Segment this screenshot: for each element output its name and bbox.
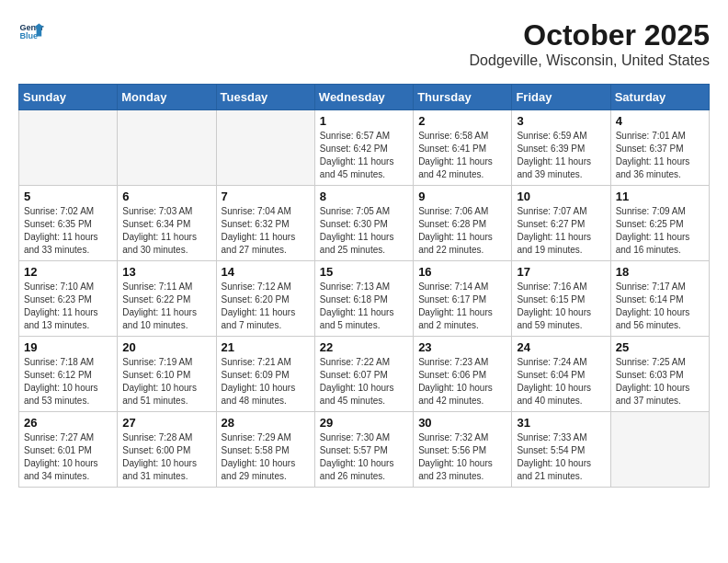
day-info: Sunrise: 6:59 AM Sunset: 6:39 PM Dayligh… [517,130,605,181]
day-number: 31 [517,416,605,430]
calendar-cell: 14Sunrise: 7:12 AM Sunset: 6:20 PM Dayli… [216,261,314,337]
day-number: 15 [320,265,408,279]
calendar-header-saturday: Saturday [610,85,709,110]
calendar-cell: 2Sunrise: 6:58 AM Sunset: 6:41 PM Daylig… [414,110,512,186]
day-info: Sunrise: 7:09 AM Sunset: 6:25 PM Dayligh… [616,205,704,257]
calendar-cell: 21Sunrise: 7:21 AM Sunset: 6:09 PM Dayli… [216,337,314,412]
day-info: Sunrise: 7:18 AM Sunset: 6:12 PM Dayligh… [24,356,112,408]
day-number: 28 [222,416,310,430]
calendar-cell: 25Sunrise: 7:25 AM Sunset: 6:03 PM Dayli… [610,337,709,412]
day-number: 9 [418,190,506,203]
day-number: 19 [24,340,112,354]
day-number: 25 [616,340,704,354]
calendar-cell: 7Sunrise: 7:04 AM Sunset: 6:32 PM Daylig… [216,186,314,261]
day-info: Sunrise: 7:14 AM Sunset: 6:17 PM Dayligh… [418,281,506,332]
calendar-week-row: 19Sunrise: 7:18 AM Sunset: 6:12 PM Dayli… [19,337,710,412]
day-number: 12 [24,265,112,279]
calendar-cell: 30Sunrise: 7:32 AM Sunset: 5:56 PM Dayli… [414,412,512,488]
day-number: 21 [222,340,310,354]
day-number: 5 [24,190,112,203]
day-info: Sunrise: 7:02 AM Sunset: 6:35 PM Dayligh… [24,205,112,257]
calendar-cell: 8Sunrise: 7:05 AM Sunset: 6:30 PM Daylig… [314,186,413,261]
day-number: 30 [418,416,506,430]
calendar-cell: 29Sunrise: 7:30 AM Sunset: 5:57 PM Dayli… [314,412,413,488]
day-info: Sunrise: 6:58 AM Sunset: 6:41 PM Dayligh… [418,130,506,181]
calendar-header-tuesday: Tuesday [216,85,314,110]
day-number: 4 [616,114,704,128]
calendar-week-row: 5Sunrise: 7:02 AM Sunset: 6:35 PM Daylig… [19,186,710,261]
day-info: Sunrise: 7:04 AM Sunset: 6:32 PM Dayligh… [222,205,310,257]
calendar-table: SundayMondayTuesdayWednesdayThursdayFrid… [18,84,710,488]
calendar-cell: 1Sunrise: 6:57 AM Sunset: 6:42 PM Daylig… [314,110,413,186]
calendar-cell: 28Sunrise: 7:29 AM Sunset: 5:58 PM Dayli… [216,412,314,488]
calendar-cell: 24Sunrise: 7:24 AM Sunset: 6:04 PM Dayli… [512,337,610,412]
calendar-week-row: 12Sunrise: 7:10 AM Sunset: 6:23 PM Dayli… [19,261,710,337]
calendar-cell: 20Sunrise: 7:19 AM Sunset: 6:10 PM Dayli… [118,337,216,412]
calendar-cell: 3Sunrise: 6:59 AM Sunset: 6:39 PM Daylig… [512,110,610,186]
svg-text:Blue: Blue [19,31,38,40]
day-number: 29 [320,416,408,430]
calendar-cell: 6Sunrise: 7:03 AM Sunset: 6:34 PM Daylig… [118,186,216,261]
day-info: Sunrise: 7:28 AM Sunset: 6:00 PM Dayligh… [122,431,210,483]
day-info: Sunrise: 7:19 AM Sunset: 6:10 PM Dayligh… [122,356,210,408]
calendar-cell: 12Sunrise: 7:10 AM Sunset: 6:23 PM Dayli… [19,261,118,337]
day-number: 22 [320,340,408,354]
day-info: Sunrise: 7:29 AM Sunset: 5:58 PM Dayligh… [222,431,310,483]
day-info: Sunrise: 7:16 AM Sunset: 6:15 PM Dayligh… [517,281,605,332]
day-info: Sunrise: 7:03 AM Sunset: 6:34 PM Dayligh… [122,205,210,257]
day-number: 6 [122,190,210,203]
day-info: Sunrise: 7:06 AM Sunset: 6:28 PM Dayligh… [418,205,506,257]
day-number: 7 [222,190,310,203]
calendar-header-friday: Friday [512,85,610,110]
calendar-title: October 2025 [470,18,710,52]
day-number: 13 [122,265,210,279]
day-number: 3 [517,114,605,128]
calendar-cell [118,110,216,186]
day-info: Sunrise: 7:10 AM Sunset: 6:23 PM Dayligh… [24,281,112,332]
calendar-cell: 4Sunrise: 7:01 AM Sunset: 6:37 PM Daylig… [610,110,709,186]
calendar-cell: 16Sunrise: 7:14 AM Sunset: 6:17 PM Dayli… [414,261,512,337]
calendar-cell: 15Sunrise: 7:13 AM Sunset: 6:18 PM Dayli… [314,261,413,337]
day-number: 11 [616,190,704,203]
day-info: Sunrise: 7:17 AM Sunset: 6:14 PM Dayligh… [616,281,704,332]
calendar-cell: 17Sunrise: 7:16 AM Sunset: 6:15 PM Dayli… [512,261,610,337]
day-number: 20 [122,340,210,354]
calendar-header-sunday: Sunday [19,85,118,110]
calendar-cell: 23Sunrise: 7:23 AM Sunset: 6:06 PM Dayli… [414,337,512,412]
calendar-cell: 9Sunrise: 7:06 AM Sunset: 6:28 PM Daylig… [414,186,512,261]
calendar-cell: 19Sunrise: 7:18 AM Sunset: 6:12 PM Dayli… [19,337,118,412]
day-number: 16 [418,265,506,279]
calendar-cell: 18Sunrise: 7:17 AM Sunset: 6:14 PM Dayli… [610,261,709,337]
calendar-cell [610,412,709,488]
day-info: Sunrise: 7:30 AM Sunset: 5:57 PM Dayligh… [320,431,408,483]
calendar-cell: 31Sunrise: 7:33 AM Sunset: 5:54 PM Dayli… [512,412,610,488]
day-info: Sunrise: 7:27 AM Sunset: 6:01 PM Dayligh… [24,431,112,483]
calendar-header-row: SundayMondayTuesdayWednesdayThursdayFrid… [19,85,710,110]
day-number: 18 [616,265,704,279]
day-info: Sunrise: 7:22 AM Sunset: 6:07 PM Dayligh… [320,356,408,408]
calendar-cell: 13Sunrise: 7:11 AM Sunset: 6:22 PM Dayli… [118,261,216,337]
day-info: Sunrise: 7:07 AM Sunset: 6:27 PM Dayligh… [517,205,605,257]
day-number: 23 [418,340,506,354]
calendar-cell: 27Sunrise: 7:28 AM Sunset: 6:00 PM Dayli… [118,412,216,488]
day-number: 27 [122,416,210,430]
calendar-cell: 5Sunrise: 7:02 AM Sunset: 6:35 PM Daylig… [19,186,118,261]
day-number: 26 [24,416,112,430]
title-block: October 2025 Dodgeville, Wisconsin, Unit… [470,18,710,69]
day-number: 2 [418,114,506,128]
day-info: Sunrise: 7:11 AM Sunset: 6:22 PM Dayligh… [122,281,210,332]
calendar-header-wednesday: Wednesday [314,85,413,110]
day-info: Sunrise: 7:23 AM Sunset: 6:06 PM Dayligh… [418,356,506,408]
logo: General Blue [18,18,44,44]
day-info: Sunrise: 7:13 AM Sunset: 6:18 PM Dayligh… [320,281,408,332]
day-info: Sunrise: 7:33 AM Sunset: 5:54 PM Dayligh… [517,431,605,483]
day-number: 17 [517,265,605,279]
day-info: Sunrise: 7:21 AM Sunset: 6:09 PM Dayligh… [222,356,310,408]
day-number: 14 [222,265,310,279]
calendar-header-thursday: Thursday [414,85,512,110]
day-info: Sunrise: 7:24 AM Sunset: 6:04 PM Dayligh… [517,356,605,408]
calendar-header-monday: Monday [118,85,216,110]
day-info: Sunrise: 7:12 AM Sunset: 6:20 PM Dayligh… [222,281,310,332]
day-number: 1 [320,114,408,128]
day-number: 10 [517,190,605,203]
